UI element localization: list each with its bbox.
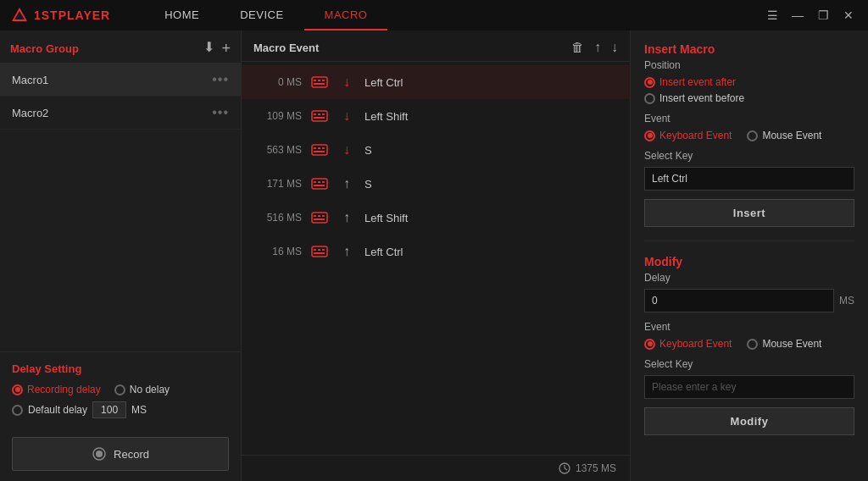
delete-event-button[interactable]: 🗑 [571,41,584,54]
event-item-5[interactable]: 16 MS ↑ Left Ctrl [242,235,630,268]
insert-after-radio[interactable] [644,77,655,88]
mouse-event-insert-radio[interactable] [747,130,758,141]
keyboard-icon-0 [310,73,329,91]
keyboard-icon-1 [310,107,329,125]
insert-macro-title: Insert Macro [644,42,854,56]
add-macro-button[interactable]: + [221,41,231,56]
svg-point-3 [96,451,103,457]
event-actions: 🗑 ↑ ↓ [571,41,618,54]
event-item-0[interactable]: 0 MS ↓ Left Ctrl [242,65,630,99]
insert-select-key-label: Select Key [644,150,854,162]
insert-before-radio[interactable] [644,93,655,104]
svg-rect-33 [314,252,325,254]
svg-rect-14 [312,145,327,155]
insert-event-options: Keyboard Event Mouse Event [644,130,854,141]
macro-item-macro2[interactable]: Macro2 ••• [0,97,241,130]
no-delay-radio[interactable] [114,384,125,395]
default-delay-radio[interactable] [12,405,23,416]
default-delay-input[interactable] [92,401,126,418]
modify-event-label: Event [644,321,854,333]
mouse-event-insert-label: Mouse Event [762,130,821,141]
macro-event-title: Macro Event [253,41,571,54]
record-button[interactable]: Record [12,437,229,471]
event-key-2: S [364,144,372,157]
total-time: 1375 MS [242,455,630,481]
svg-rect-7 [322,80,325,81]
modify-delay-input[interactable] [644,289,834,312]
close-button[interactable]: ✕ [839,6,858,25]
svg-rect-9 [312,111,327,121]
maximize-button[interactable]: ❐ [814,6,832,25]
modify-delay-label: Delay [644,272,854,284]
mouse-event-insert-option[interactable]: Mouse Event [747,130,821,141]
svg-rect-17 [322,147,325,149]
event-key-1: Left Shift [364,110,408,123]
keyboard-event-insert-radio[interactable] [644,130,655,141]
menu-button[interactable]: ☰ [763,6,782,25]
event-item-2[interactable]: 563 MS ↓ S [242,133,630,167]
event-item-4[interactable]: 516 MS ↑ Left Shift [242,201,630,235]
keyboard-event-modify-option[interactable]: Keyboard Event [644,338,732,350]
modify-button[interactable]: Modify [644,407,854,435]
modify-section: Modify Delay MS Event Keyboard Event [644,255,854,435]
minimize-button[interactable]: — [788,6,807,25]
insert-position-label: Position [644,59,854,71]
macro-item-options-macro1[interactable]: ••• [212,72,229,87]
modify-delay-unit: MS [839,295,854,307]
svg-rect-25 [314,215,316,217]
tab-macro[interactable]: MACRO [304,0,388,30]
logo-icon [10,6,29,25]
move-down-event-button[interactable]: ↓ [611,41,618,54]
insert-before-option[interactable]: Insert event before [644,92,854,104]
svg-rect-22 [322,181,325,183]
event-item-3[interactable]: 171 MS ↑ S [242,167,630,201]
macro-item-name-macro2: Macro2 [12,107,212,119]
insert-macro-section: Insert Macro Position Insert event after… [644,42,854,227]
recording-delay-radio[interactable] [12,384,23,395]
move-up-event-button[interactable]: ↑ [594,41,601,54]
record-icon [92,446,107,462]
keyboard-event-insert-label: Keyboard Event [659,130,732,141]
no-delay-label: No delay [130,384,170,395]
svg-rect-12 [322,113,325,115]
keyboard-icon-5 [310,242,329,261]
insert-select-key-input[interactable] [644,167,854,191]
svg-rect-18 [314,151,325,152]
keyboard-event-modify-radio[interactable] [644,339,655,350]
arrow-up-icon-3: ↑ [337,174,356,193]
no-delay-option[interactable]: No delay [114,384,170,395]
tab-home[interactable]: HOME [144,0,220,30]
svg-rect-19 [312,179,327,189]
keyboard-icon-3 [310,174,329,193]
event-time-5: 16 MS [255,246,302,257]
svg-rect-4 [312,77,327,87]
mouse-event-modify-option[interactable]: Mouse Event [747,338,821,350]
event-key-5: Left Ctrl [364,246,403,258]
macro-item-macro1[interactable]: Macro1 ••• [0,64,241,97]
insert-button[interactable]: Insert [644,199,854,227]
modify-select-key-input[interactable] [644,375,854,399]
recording-delay-option[interactable]: Recording delay [12,384,101,395]
svg-line-36 [565,468,567,470]
event-key-0: Left Ctrl [364,76,403,89]
recording-delay-label: Recording delay [27,384,101,395]
insert-position-options: Insert event after Insert event before [644,76,854,104]
arrow-down-icon-0: ↓ [337,73,356,91]
nav-tabs: HOME DEVICE MACRO [144,0,763,30]
event-item-1[interactable]: 109 MS ↓ Left Shift [242,99,630,133]
mouse-event-modify-label: Mouse Event [762,338,821,350]
keyboard-event-insert-option[interactable]: Keyboard Event [644,130,732,141]
insert-after-option[interactable]: Insert event after [644,76,854,88]
macro-item-options-macro2[interactable]: ••• [212,105,229,120]
download-macro-button[interactable]: ⬇ [203,41,214,56]
modify-event-options: Keyboard Event Mouse Event [644,338,854,350]
event-time-3: 171 MS [255,178,302,190]
left-panel: Macro Group ⬇ + Macro1 ••• Macro2 ••• De… [0,30,242,481]
modify-event-block: Event Keyboard Event Mouse Event [644,321,854,350]
app-logo: 1STPLAYER [10,6,110,25]
mouse-event-modify-radio[interactable] [747,339,758,350]
main-layout: Macro Group ⬇ + Macro1 ••• Macro2 ••• De… [0,30,868,481]
tab-device[interactable]: DEVICE [220,0,303,30]
event-time-4: 516 MS [255,212,302,224]
event-key-3: S [364,178,372,191]
